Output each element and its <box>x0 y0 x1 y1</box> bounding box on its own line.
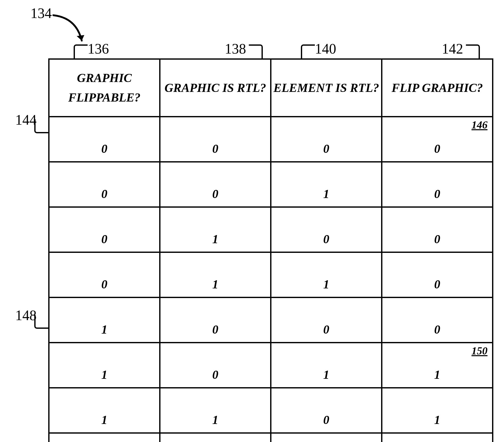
row-ref-label-1: 144 <box>15 112 37 128</box>
cell: 1 <box>49 298 160 343</box>
cell: 1 <box>271 343 382 388</box>
cell-ref-label: 146 <box>472 119 487 131</box>
col-header-1: GRAPHIC FLIPPABLE? <box>49 59 160 117</box>
cell: 0 <box>160 343 271 388</box>
cell: 1 <box>271 162 382 207</box>
col-ref-label-3: 140 <box>315 41 336 57</box>
cell: 1 <box>160 252 271 298</box>
col-bracket-3-icon <box>301 44 315 60</box>
table-row: 0 1 0 0 <box>49 207 493 252</box>
cell: 1 <box>160 207 271 252</box>
cell: 0 <box>49 117 160 162</box>
cell: 0 <box>271 117 382 162</box>
cell: 1 <box>49 388 160 433</box>
diagram-stage: 134 136 138 140 142 144 148 GRAPHIC FLIP… <box>0 0 504 442</box>
table-row: 0 0 0 146 0 <box>49 117 493 162</box>
cell: 150 1 <box>382 343 493 388</box>
col-bracket-4-icon <box>466 44 480 60</box>
cell: 146 0 <box>382 117 493 162</box>
cell: 0 <box>160 162 271 207</box>
table-row: 1 0 0 0 <box>49 298 493 343</box>
col-bracket-2-icon <box>249 44 263 60</box>
col-header-2: GRAPHIC IS RTL? <box>160 59 271 117</box>
cell: 0 <box>49 207 160 252</box>
table-row: 0 1 1 0 <box>49 252 493 298</box>
table-row: 1 1 0 1 <box>49 388 493 433</box>
col-ref-label-2: 138 <box>225 41 246 57</box>
cell: 1 <box>271 433 382 442</box>
row-bracket-6-icon <box>34 315 50 329</box>
table-row: 1 1 1 0 <box>49 433 493 442</box>
cell: 1 <box>271 252 382 298</box>
cell: 1 <box>160 388 271 433</box>
cell: 0 <box>382 252 493 298</box>
table-row: 1 0 1 150 1 <box>49 343 493 388</box>
col-ref-label-4: 142 <box>442 41 463 57</box>
cell: 0 <box>271 298 382 343</box>
cell: 0 <box>382 207 493 252</box>
cell: 1 <box>382 388 493 433</box>
cell: 1 <box>160 433 271 442</box>
col-header-4: FLIP GRAPHIC? <box>382 59 493 117</box>
cell: 0 <box>382 298 493 343</box>
row-bracket-1-icon <box>34 119 50 133</box>
cell: 0 <box>160 298 271 343</box>
col-header-3: ELEMENT IS RTL? <box>271 59 382 117</box>
cell: 0 <box>382 162 493 207</box>
cell: 0 <box>382 433 493 442</box>
cell: 0 <box>49 162 160 207</box>
cell: 1 <box>49 433 160 442</box>
col-ref-label-1: 136 <box>88 41 109 57</box>
cell: 1 <box>49 343 160 388</box>
table-header-row: GRAPHIC FLIPPABLE? GRAPHIC IS RTL? ELEME… <box>49 59 493 117</box>
table-row: 0 0 1 0 <box>49 162 493 207</box>
cell: 0 <box>271 207 382 252</box>
cell-ref-label: 150 <box>472 345 487 357</box>
cell: 0 <box>49 252 160 298</box>
col-bracket-1-icon <box>74 44 88 60</box>
cell: 0 <box>160 117 271 162</box>
row-ref-label-6: 148 <box>15 307 37 323</box>
truth-table: GRAPHIC FLIPPABLE? GRAPHIC IS RTL? ELEME… <box>48 58 493 442</box>
cell: 0 <box>271 388 382 433</box>
